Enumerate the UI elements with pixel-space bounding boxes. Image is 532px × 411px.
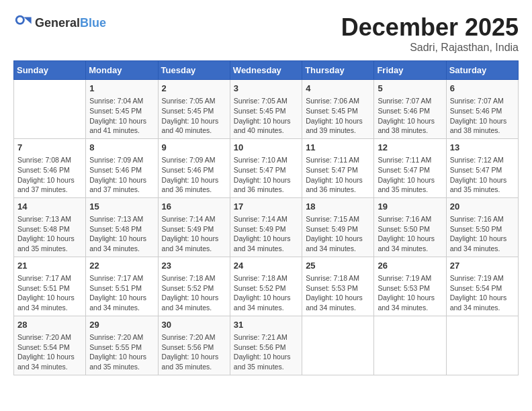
calendar-cell: 14Sunrise: 7:13 AMSunset: 5:48 PMDayligh… xyxy=(14,197,86,257)
calendar-cell: 20Sunrise: 7:16 AMSunset: 5:50 PMDayligh… xyxy=(446,197,518,257)
logo: GeneralBlue xyxy=(13,13,106,32)
cell-content: Sunrise: 7:17 AMSunset: 5:51 PMDaylight:… xyxy=(17,273,82,313)
cell-content: Sunrise: 7:13 AMSunset: 5:48 PMDaylight:… xyxy=(17,214,82,254)
day-number: 3 xyxy=(234,83,298,95)
calendar-cell: 17Sunrise: 7:14 AMSunset: 5:49 PMDayligh… xyxy=(230,197,302,257)
calendar-cell: 21Sunrise: 7:17 AMSunset: 5:51 PMDayligh… xyxy=(14,257,86,316)
day-number: 4 xyxy=(306,83,370,95)
cell-content: Sunrise: 7:20 AMSunset: 5:56 PMDaylight:… xyxy=(162,332,226,372)
day-number: 13 xyxy=(450,142,515,154)
header-day-wednesday: Wednesday xyxy=(230,61,302,80)
calendar-cell: 28Sunrise: 7:20 AMSunset: 5:54 PMDayligh… xyxy=(14,316,86,375)
header-row: SundayMondayTuesdayWednesdayThursdayFrid… xyxy=(14,61,519,80)
calendar-cell: 9Sunrise: 7:09 AMSunset: 5:46 PMDaylight… xyxy=(158,138,230,197)
week-row-2: 7Sunrise: 7:08 AMSunset: 5:46 PMDaylight… xyxy=(14,138,519,197)
cell-content: Sunrise: 7:11 AMSunset: 5:47 PMDaylight:… xyxy=(306,155,370,195)
day-number: 24 xyxy=(234,260,298,272)
cell-content: Sunrise: 7:10 AMSunset: 5:47 PMDaylight:… xyxy=(234,155,298,195)
cell-content: Sunrise: 7:21 AMSunset: 5:56 PMDaylight:… xyxy=(234,332,298,372)
cell-content: Sunrise: 7:13 AMSunset: 5:48 PMDaylight:… xyxy=(89,214,154,254)
logo-blue: Blue xyxy=(80,16,106,30)
header-day-tuesday: Tuesday xyxy=(158,61,230,80)
calendar-cell: 10Sunrise: 7:10 AMSunset: 5:47 PMDayligh… xyxy=(230,138,302,197)
calendar-cell xyxy=(446,316,518,375)
calendar-cell: 31Sunrise: 7:21 AMSunset: 5:56 PMDayligh… xyxy=(230,316,302,375)
calendar-cell xyxy=(14,80,86,139)
calendar-cell: 15Sunrise: 7:13 AMSunset: 5:48 PMDayligh… xyxy=(86,197,158,257)
calendar-cell: 3Sunrise: 7:05 AMSunset: 5:45 PMDaylight… xyxy=(230,80,302,139)
header-day-monday: Monday xyxy=(86,61,158,80)
day-number: 26 xyxy=(378,260,442,272)
location-title: Sadri, Rajasthan, India xyxy=(341,42,519,54)
cell-content: Sunrise: 7:20 AMSunset: 5:55 PMDaylight:… xyxy=(89,332,154,372)
day-number: 30 xyxy=(162,319,226,331)
day-number: 20 xyxy=(450,201,515,213)
logo-icon xyxy=(13,13,32,32)
calendar-cell: 25Sunrise: 7:18 AMSunset: 5:53 PMDayligh… xyxy=(302,257,374,316)
cell-content: Sunrise: 7:17 AMSunset: 5:51 PMDaylight:… xyxy=(89,273,154,313)
week-row-5: 28Sunrise: 7:20 AMSunset: 5:54 PMDayligh… xyxy=(14,316,519,375)
day-number: 29 xyxy=(89,319,154,331)
day-number: 18 xyxy=(306,201,370,213)
cell-content: Sunrise: 7:04 AMSunset: 5:45 PMDaylight:… xyxy=(89,96,154,136)
calendar-body: 1Sunrise: 7:04 AMSunset: 5:45 PMDaylight… xyxy=(14,80,519,375)
cell-content: Sunrise: 7:16 AMSunset: 5:50 PMDaylight:… xyxy=(378,214,442,254)
cell-content: Sunrise: 7:08 AMSunset: 5:46 PMDaylight:… xyxy=(17,155,82,195)
calendar-cell: 18Sunrise: 7:15 AMSunset: 5:49 PMDayligh… xyxy=(302,197,374,257)
calendar-cell: 24Sunrise: 7:18 AMSunset: 5:52 PMDayligh… xyxy=(230,257,302,316)
header-day-friday: Friday xyxy=(374,61,446,80)
day-number: 5 xyxy=(378,83,442,95)
day-number: 15 xyxy=(89,201,154,213)
calendar-cell xyxy=(374,316,446,375)
title-section: December 2025 Sadri, Rajasthan, India xyxy=(341,13,519,54)
day-number: 1 xyxy=(89,83,154,95)
calendar-cell xyxy=(302,316,374,375)
calendar-cell: 12Sunrise: 7:11 AMSunset: 5:47 PMDayligh… xyxy=(374,138,446,197)
page-header: GeneralBlue December 2025 Sadri, Rajasth… xyxy=(13,13,519,54)
cell-content: Sunrise: 7:19 AMSunset: 5:53 PMDaylight:… xyxy=(378,273,442,313)
cell-content: Sunrise: 7:11 AMSunset: 5:47 PMDaylight:… xyxy=(378,155,442,195)
week-row-1: 1Sunrise: 7:04 AMSunset: 5:45 PMDaylight… xyxy=(14,80,519,139)
header-day-saturday: Saturday xyxy=(446,61,518,80)
day-number: 12 xyxy=(378,142,442,154)
logo-general: General xyxy=(35,16,80,30)
cell-content: Sunrise: 7:14 AMSunset: 5:49 PMDaylight:… xyxy=(162,214,226,254)
cell-content: Sunrise: 7:09 AMSunset: 5:46 PMDaylight:… xyxy=(89,155,154,195)
header-day-sunday: Sunday xyxy=(14,61,86,80)
calendar-cell: 19Sunrise: 7:16 AMSunset: 5:50 PMDayligh… xyxy=(374,197,446,257)
day-number: 25 xyxy=(306,260,370,272)
calendar-header: SundayMondayTuesdayWednesdayThursdayFrid… xyxy=(14,61,519,80)
cell-content: Sunrise: 7:18 AMSunset: 5:52 PMDaylight:… xyxy=(162,273,226,313)
calendar-cell: 22Sunrise: 7:17 AMSunset: 5:51 PMDayligh… xyxy=(86,257,158,316)
cell-content: Sunrise: 7:05 AMSunset: 5:45 PMDaylight:… xyxy=(162,96,226,136)
cell-content: Sunrise: 7:18 AMSunset: 5:53 PMDaylight:… xyxy=(306,273,370,313)
day-number: 27 xyxy=(450,260,515,272)
calendar-cell: 4Sunrise: 7:06 AMSunset: 5:45 PMDaylight… xyxy=(302,80,374,139)
cell-content: Sunrise: 7:14 AMSunset: 5:49 PMDaylight:… xyxy=(234,214,298,254)
calendar-cell: 1Sunrise: 7:04 AMSunset: 5:45 PMDaylight… xyxy=(86,80,158,139)
cell-content: Sunrise: 7:19 AMSunset: 5:54 PMDaylight:… xyxy=(450,273,515,313)
day-number: 14 xyxy=(17,201,82,213)
day-number: 21 xyxy=(17,260,82,272)
day-number: 31 xyxy=(234,319,298,331)
calendar-cell: 23Sunrise: 7:18 AMSunset: 5:52 PMDayligh… xyxy=(158,257,230,316)
day-number: 8 xyxy=(89,142,154,154)
day-number: 11 xyxy=(306,142,370,154)
cell-content: Sunrise: 7:06 AMSunset: 5:45 PMDaylight:… xyxy=(306,96,370,136)
calendar-cell: 7Sunrise: 7:08 AMSunset: 5:46 PMDaylight… xyxy=(14,138,86,197)
header-day-thursday: Thursday xyxy=(302,61,374,80)
day-number: 6 xyxy=(450,83,515,95)
calendar-cell: 6Sunrise: 7:07 AMSunset: 5:46 PMDaylight… xyxy=(446,80,518,139)
cell-content: Sunrise: 7:15 AMSunset: 5:49 PMDaylight:… xyxy=(306,214,370,254)
calendar-cell: 13Sunrise: 7:12 AMSunset: 5:47 PMDayligh… xyxy=(446,138,518,197)
week-row-4: 21Sunrise: 7:17 AMSunset: 5:51 PMDayligh… xyxy=(14,257,519,316)
calendar-cell: 26Sunrise: 7:19 AMSunset: 5:53 PMDayligh… xyxy=(374,257,446,316)
cell-content: Sunrise: 7:05 AMSunset: 5:45 PMDaylight:… xyxy=(234,96,298,136)
calendar-cell: 11Sunrise: 7:11 AMSunset: 5:47 PMDayligh… xyxy=(302,138,374,197)
day-number: 28 xyxy=(17,319,82,331)
calendar-table: SundayMondayTuesdayWednesdayThursdayFrid… xyxy=(13,60,519,375)
cell-content: Sunrise: 7:16 AMSunset: 5:50 PMDaylight:… xyxy=(450,214,515,254)
day-number: 17 xyxy=(234,201,298,213)
cell-content: Sunrise: 7:07 AMSunset: 5:46 PMDaylight:… xyxy=(378,96,442,136)
cell-content: Sunrise: 7:18 AMSunset: 5:52 PMDaylight:… xyxy=(234,273,298,313)
